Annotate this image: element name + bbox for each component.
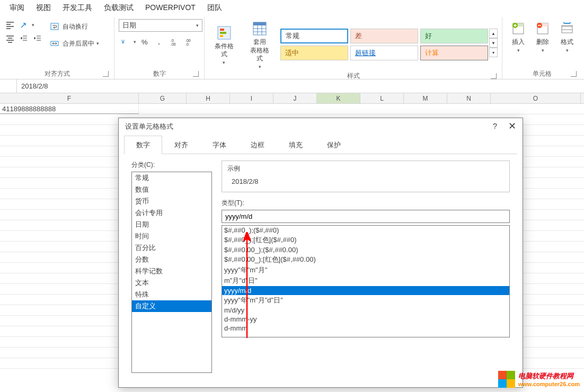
number-format-select[interactable]: 日期 ▾	[119, 19, 202, 32]
style-normal[interactable]: 常规	[280, 29, 348, 43]
type-item[interactable]: $#,##0.00_);[红色]($#,##0.00)	[222, 254, 509, 265]
merge-center-icon[interactable]	[49, 38, 60, 49]
tab-devtools[interactable]: 开发工具	[63, 3, 92, 13]
conditional-format-label: 条件格式	[212, 42, 236, 59]
type-item[interactable]: $#,##0.00_);($#,##0.00)	[222, 245, 509, 254]
col-header-O[interactable]: O	[491, 93, 581, 103]
table-format-label: 套用 表格格式	[248, 38, 272, 63]
category-item[interactable]: 科学记数	[132, 265, 211, 277]
gallery-up-icon[interactable]: ▲	[489, 29, 498, 38]
dialog-tab-border[interactable]: 边框	[238, 136, 277, 154]
style-neutral[interactable]: 适中	[280, 46, 348, 60]
dialog-title: 设置单元格格式	[125, 122, 173, 131]
col-header-N[interactable]: N	[447, 93, 491, 103]
chevron-down-icon[interactable]: ▾	[32, 22, 34, 28]
category-item[interactable]: 货币	[132, 195, 211, 207]
gallery-more-icon[interactable]: ▾	[489, 48, 498, 57]
close-icon[interactable]: ✕	[508, 120, 516, 132]
svg-text:%: %	[141, 38, 148, 46]
col-header-G[interactable]: G	[139, 93, 187, 103]
help-icon[interactable]: ?	[493, 121, 497, 130]
accounting-format-icon[interactable]: ¥	[119, 36, 130, 48]
col-header-K[interactable]: K	[317, 93, 360, 103]
category-item[interactable]: 自定义	[132, 300, 211, 312]
category-item[interactable]: 文本	[132, 277, 211, 289]
tab-review[interactable]: 审阅	[10, 3, 24, 13]
type-input[interactable]	[222, 210, 510, 223]
type-item[interactable]: d-mmm-yy	[222, 315, 509, 324]
chevron-down-icon: ▾	[196, 23, 199, 28]
type-item[interactable]: $#,##0_);[红色]($#,##0)	[222, 235, 509, 245]
decrease-decimal-icon[interactable]: .00.0	[184, 36, 196, 48]
category-item[interactable]: 日期	[132, 219, 211, 230]
dialog-tab-alignment[interactable]: 对齐	[162, 136, 200, 154]
type-item[interactable]: m"月"d"日"	[222, 275, 509, 286]
dialog-tab-fill[interactable]: 填充	[277, 136, 315, 154]
col-header-J[interactable]: J	[273, 93, 317, 103]
group-label-cells: 单元格	[507, 68, 578, 78]
dialog-tabs: 数字 对齐 字体 边框 填充 保护	[124, 135, 517, 154]
tab-team[interactable]: 团队	[207, 3, 222, 13]
category-item[interactable]: 特殊	[132, 289, 211, 300]
type-item[interactable]: d-mmm	[222, 324, 509, 333]
col-header-F[interactable]: F	[0, 93, 139, 103]
tab-loadtest[interactable]: 负载测试	[104, 3, 134, 13]
chevron-down-icon: ▾	[517, 48, 520, 53]
type-list[interactable]: $#,##0_);($#,##0)$#,##0_);[红色]($#,##0)$#…	[222, 225, 510, 337]
type-item[interactable]: yyyy/m/d	[222, 286, 509, 295]
merge-center-label[interactable]: 合并后居中	[63, 39, 94, 48]
type-item[interactable]: yyyy"年"m"月"d"日"	[222, 295, 509, 306]
format-cells-dialog: 设置单元格格式 ? ✕ 数字 对齐 字体 边框 填充 保护 分类(C): 常规数…	[118, 118, 523, 388]
dialog-tab-font[interactable]: 字体	[200, 136, 238, 154]
category-item[interactable]: 会计专用	[132, 207, 211, 219]
align-left-icon[interactable]	[4, 19, 16, 31]
insert-button[interactable]: 插入 ▾	[507, 19, 530, 54]
align-center-icon[interactable]	[4, 33, 16, 44]
increase-indent-icon[interactable]	[32, 33, 43, 44]
type-item[interactable]: m/d/yy	[222, 306, 509, 315]
style-hyperlink[interactable]: 超链接	[350, 46, 418, 60]
chevron-down-icon[interactable]: ▾	[96, 41, 99, 46]
dialog-tab-number[interactable]: 数字	[124, 136, 162, 154]
percent-icon[interactable]: %	[139, 36, 151, 48]
tab-powerpivot[interactable]: POWERPIVOT	[145, 3, 196, 13]
sample-value: 2018/2/8	[227, 177, 504, 185]
chevron-down-icon: ▾	[542, 48, 544, 53]
gallery-down-icon[interactable]: ▼	[489, 38, 498, 48]
format-button[interactable]: 格式 ▾	[555, 19, 579, 54]
group-label-styles: 样式	[209, 70, 498, 80]
orientation-icon[interactable]	[18, 19, 30, 31]
col-header-I[interactable]: I	[230, 93, 273, 103]
style-calc[interactable]: 计算	[420, 46, 488, 60]
watermark-logo-icon	[498, 371, 515, 388]
number-format-value: 日期	[122, 21, 136, 30]
style-bad[interactable]: 差	[350, 29, 418, 43]
style-good[interactable]: 好	[420, 29, 488, 43]
category-item[interactable]: 分数	[132, 254, 211, 265]
formula-bar: 2018/2/8	[0, 79, 584, 93]
tab-view[interactable]: 视图	[36, 3, 51, 13]
category-list[interactable]: 常规数值货币会计专用日期时间百分比分数科学记数文本特殊自定义	[131, 172, 212, 373]
type-item[interactable]: $#,##0_);($#,##0)	[222, 226, 509, 235]
category-item[interactable]: 时间	[132, 230, 211, 242]
wrap-text-label[interactable]: 自动换行	[63, 22, 88, 31]
dialog-tab-protection[interactable]: 保护	[315, 136, 353, 154]
delete-button[interactable]: 删除 ▾	[531, 19, 554, 54]
conditional-format-button[interactable]: 条件格式 ▾	[209, 23, 240, 66]
col-header-M[interactable]: M	[404, 93, 447, 103]
category-item[interactable]: 数值	[132, 184, 211, 195]
wrap-text-icon[interactable]	[49, 21, 60, 32]
table-format-button[interactable]: 套用 表格格式 ▾	[245, 19, 276, 70]
increase-decimal-icon[interactable]: .0.00	[169, 36, 181, 48]
decrease-indent-icon[interactable]	[18, 33, 30, 44]
category-item[interactable]: 百分比	[132, 242, 211, 254]
type-item[interactable]: yyyy"年"m"月"	[222, 265, 509, 275]
chevron-down-icon[interactable]: ▾	[134, 39, 136, 44]
col-header-L[interactable]: L	[360, 93, 404, 103]
name-box[interactable]	[0, 79, 17, 93]
category-item[interactable]: 常规	[132, 172, 211, 184]
cell-F-first[interactable]: 41189888888888	[0, 104, 139, 114]
col-header-H[interactable]: H	[187, 93, 230, 103]
comma-icon[interactable]: ,	[154, 36, 166, 48]
formula-input[interactable]: 2018/2/8	[17, 82, 584, 90]
